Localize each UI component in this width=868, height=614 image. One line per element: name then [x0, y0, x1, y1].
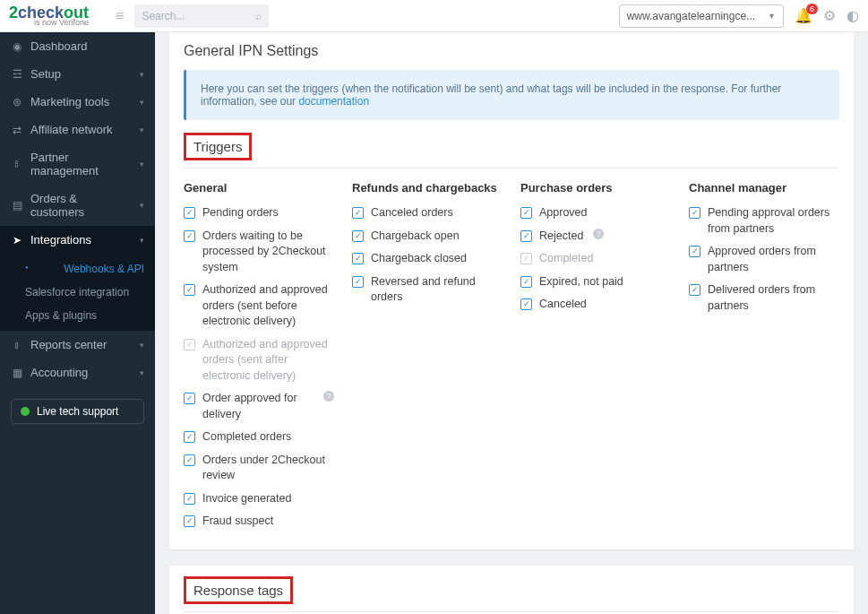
checkbox[interactable]: ✓ [689, 284, 700, 296]
menu-toggle-icon[interactable]: ≡ [116, 8, 124, 24]
chevron-icon: ▾ [140, 70, 144, 79]
site-selector[interactable]: www.avangatelearningce... ▼ [619, 4, 784, 28]
checkbox[interactable]: ✓ [520, 207, 532, 219]
nav-icon: ➤ [11, 234, 23, 246]
checkbox: ✓ [184, 339, 195, 350]
trigger-label: Orders waiting to be processed by 2Check… [202, 229, 334, 276]
checkbox[interactable]: ✓ [689, 207, 700, 219]
trigger-label: Reversed and refund orders [371, 274, 503, 306]
trigger-label: Canceled [539, 297, 587, 313]
checkbox[interactable]: ✓ [520, 298, 532, 310]
trigger-row: ✓Chargeback open [352, 225, 503, 248]
nav-icon: ⇄ [11, 124, 23, 136]
info-banner: Here you can set the triggers (when the … [184, 70, 839, 120]
user-icon[interactable]: ◐ [847, 7, 859, 24]
subnav-salesforce-integration[interactable]: Salesforce integration [0, 281, 155, 304]
search-input[interactable] [142, 10, 250, 22]
divider [184, 168, 839, 169]
triggers-heading: Triggers [184, 133, 252, 160]
chevron-icon: ▾ [140, 98, 144, 107]
sidebar-item-marketing-tools[interactable]: ⊛Marketing tools▾ [0, 88, 155, 116]
sidebar-item-orders-customers[interactable]: ▤Orders & customers▾ [0, 185, 155, 226]
response-tags-panel: Response tags Select all Deselect all To… [169, 566, 854, 615]
trigger-label: Pending approval orders from partners [708, 205, 839, 237]
trigger-row: ✓Chargeback closed [352, 247, 503, 271]
trigger-row: ✓Invoice generated [184, 488, 334, 511]
sidebar: ◉Dashboard☲Setup▾⊛Marketing tools▾⇄Affil… [0, 32, 155, 614]
documentation-link[interactable]: documentation [298, 95, 369, 108]
nav-icon: ⫾ [11, 339, 23, 351]
trigger-label: Rejected [539, 229, 583, 245]
nav-label: Integrations [30, 233, 133, 246]
gear-icon[interactable]: ⚙ [823, 7, 836, 24]
search-icon[interactable]: ⌕ [255, 10, 262, 22]
chevron-down-icon: ▼ [768, 12, 776, 21]
checkbox[interactable]: ✓ [184, 431, 195, 443]
checkbox[interactable]: ✓ [689, 246, 700, 257]
nav-icon: ▦ [11, 367, 23, 379]
support-label: Live tech support [37, 405, 118, 418]
sidebar-item-setup[interactable]: ☲Setup▾ [0, 60, 155, 88]
checkbox[interactable]: ✓ [184, 284, 195, 296]
checkbox[interactable]: ✓ [352, 276, 364, 288]
checkbox[interactable]: ✓ [184, 230, 195, 242]
trigger-label: Approved [539, 205, 588, 221]
checkbox[interactable]: ✓ [184, 515, 195, 527]
subnav-webhooks-api[interactable]: Webhooks & API [0, 257, 155, 281]
trigger-label: Completed [539, 251, 593, 267]
trigger-label: Expired, not paid [539, 274, 623, 290]
site-selected: www.avangatelearningce... [627, 10, 755, 22]
trigger-row: ✓Canceled orders [352, 202, 503, 225]
trigger-label: Order approved for delivery [202, 391, 314, 422]
sidebar-item-dashboard[interactable]: ◉Dashboard [0, 32, 155, 60]
checkbox[interactable]: ✓ [352, 253, 364, 264]
checkbox[interactable]: ✓ [184, 207, 195, 219]
trigger-label: Chargeback open [371, 229, 460, 245]
column-heading: General [184, 181, 334, 195]
nav-icon: ▤ [11, 199, 23, 212]
sidebar-item-accounting[interactable]: ▦Accounting▾ [0, 359, 155, 386]
chevron-icon: ▾ [140, 160, 144, 169]
subnav-apps-plugins[interactable]: Apps & plugins [0, 304, 155, 327]
trigger-row: ✓Completed [520, 247, 671, 271]
trigger-row: ✓Orders waiting to be processed by 2Chec… [184, 225, 334, 280]
chevron-icon: ▾ [140, 201, 144, 210]
checkbox[interactable]: ✓ [352, 230, 364, 242]
help-icon[interactable]: ? [593, 229, 604, 239]
trigger-row: ✓Expired, not paid [520, 271, 671, 294]
live-support-button[interactable]: Live tech support [11, 399, 144, 424]
checkbox[interactable]: ✓ [184, 393, 195, 404]
logo[interactable]: 2checkout is now Verifone [9, 4, 89, 27]
sidebar-item-reports-center[interactable]: ⫾Reports center▾ [0, 331, 155, 359]
notifications-icon[interactable]: 🔔 6 [795, 7, 812, 24]
trigger-label: Fraud suspect [202, 514, 273, 530]
trigger-label: Pending orders [202, 205, 279, 221]
trigger-row: ✓Rejected? [520, 225, 671, 248]
trigger-row: ✓Delivered orders from partners [689, 279, 839, 317]
checkbox[interactable]: ✓ [184, 493, 195, 505]
content: General IPN Settings Here you can set th… [155, 32, 868, 614]
help-icon[interactable]: ? [323, 391, 334, 402]
trigger-label: Authorized and approved orders (sent aft… [202, 337, 334, 385]
checkbox[interactable]: ✓ [520, 276, 532, 288]
trigger-label: Invoice generated [202, 491, 291, 507]
trigger-row: ✓Reversed and refund orders [352, 271, 503, 309]
topbar: 2checkout is now Verifone ≡ ⌕ www.avanga… [0, 0, 868, 32]
search-box[interactable]: ⌕ [134, 4, 269, 28]
nav-label: Setup [30, 67, 133, 81]
trigger-row: ✓Approved orders from partners [689, 240, 839, 279]
checkbox: ✓ [520, 253, 532, 264]
trigger-row: ✓Completed orders [184, 426, 334, 449]
trigger-label: Approved orders from partners [708, 244, 839, 275]
trigger-row: ✓Pending approval orders from partners [689, 202, 839, 240]
checkbox[interactable]: ✓ [184, 454, 195, 466]
sidebar-item-affiliate-network[interactable]: ⇄Affiliate network▾ [0, 116, 155, 143]
sidebar-item-partner-management[interactable]: ⩉Partner management▾ [0, 143, 155, 185]
trigger-row: ✓Approved [520, 202, 671, 225]
checkbox[interactable]: ✓ [520, 230, 532, 242]
sidebar-item-integrations[interactable]: ➤Integrations▾ [0, 226, 155, 254]
status-dot-icon [21, 407, 30, 416]
divider [184, 611, 839, 612]
nav-icon: ⊛ [11, 96, 23, 108]
checkbox[interactable]: ✓ [352, 207, 364, 219]
